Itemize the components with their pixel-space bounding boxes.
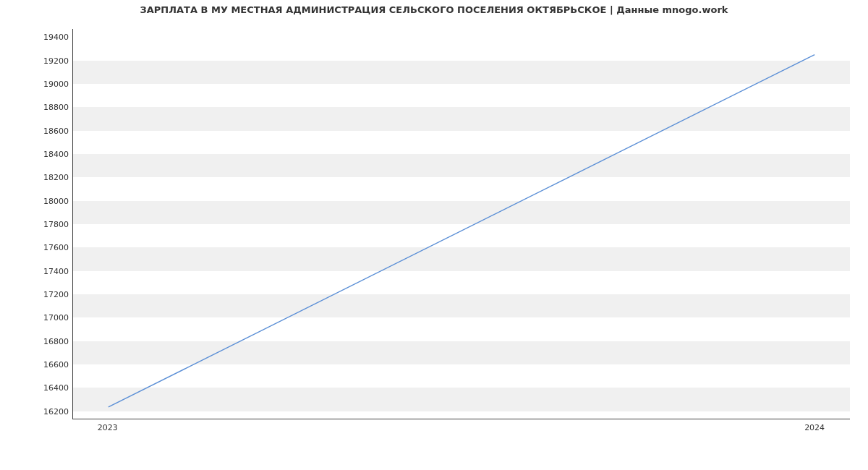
y-tick-label: 16800 xyxy=(25,336,69,346)
y-tick-label: 17600 xyxy=(25,243,69,252)
y-tick-label: 17000 xyxy=(25,313,69,322)
y-tick-label: 16600 xyxy=(25,360,69,369)
y-tick-label: 18000 xyxy=(25,196,69,205)
x-tick-label: 2024 xyxy=(804,423,825,432)
line-layer xyxy=(73,29,850,419)
y-tick-label: 16200 xyxy=(25,406,69,416)
y-tick-label: 17800 xyxy=(25,220,69,229)
y-tick-label: 16400 xyxy=(25,383,69,393)
x-tick-label: 2023 xyxy=(98,423,118,432)
y-tick-label: 19400 xyxy=(25,33,69,42)
plot-area xyxy=(72,29,850,419)
y-tick-label: 18600 xyxy=(25,126,69,135)
y-tick-label: 19000 xyxy=(25,79,69,88)
y-tick-label: 18200 xyxy=(25,173,69,182)
y-tick-label: 18400 xyxy=(25,149,69,158)
chart-title: ЗАРПЛАТА В МУ МЕСТНАЯ АДМИНИСТРАЦИЯ СЕЛЬ… xyxy=(0,4,868,15)
series-line-salary xyxy=(109,55,814,407)
chart-container: ЗАРПЛАТА В МУ МЕСТНАЯ АДМИНИСТРАЦИЯ СЕЛЬ… xyxy=(0,0,868,470)
y-tick-label: 19200 xyxy=(25,56,69,65)
y-tick-label: 18800 xyxy=(25,103,69,112)
y-tick-label: 17200 xyxy=(25,290,69,299)
y-tick-label: 17400 xyxy=(25,266,69,275)
